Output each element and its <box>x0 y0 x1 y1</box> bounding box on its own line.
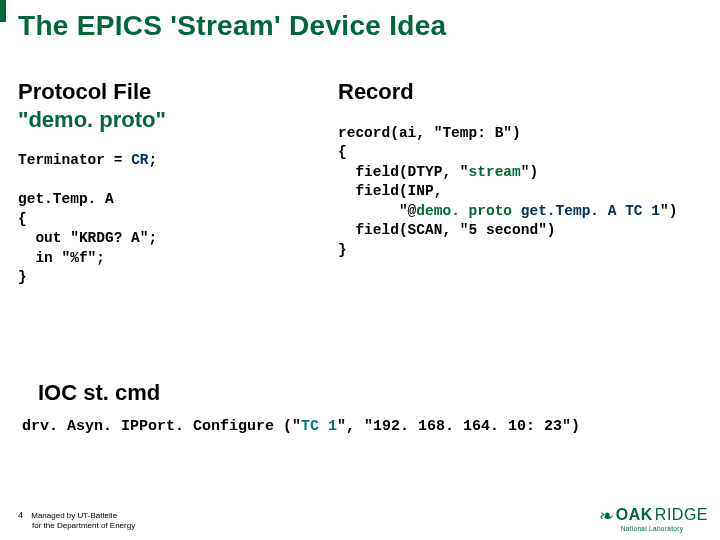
rec-l5-port: TC 1 <box>625 203 660 219</box>
logo-sub: National Laboratory <box>621 525 708 532</box>
logo-oak: OAK <box>616 506 653 523</box>
rec-l3a: field(DTYP, " <box>338 164 469 180</box>
rec-l2: { <box>338 144 347 160</box>
accent-bar <box>0 0 6 22</box>
rec-l5g: ") <box>660 203 677 219</box>
slide-number: 4 <box>18 510 23 520</box>
ioc-code: drv. Asyn. IPPort. Configure ("TC 1", "1… <box>22 418 580 435</box>
rec-l7: } <box>338 242 347 258</box>
proto-terminator-key: Terminator = <box>18 152 131 168</box>
proto-terminator-val: CR <box>131 152 148 168</box>
protocol-file-heading: Protocol File "demo. proto" <box>18 78 318 133</box>
right-column: Record record(ai, "Temp: B") { field(DTY… <box>338 78 710 260</box>
leaf-icon: ❧ <box>599 506 614 526</box>
protocol-file-label: Protocol File <box>18 79 151 104</box>
rec-l6: field(SCAN, "5 second") <box>338 222 556 238</box>
protocol-code: Terminator = CR; get.Temp. A { out "KRDG… <box>18 151 318 288</box>
rec-l3-stream: stream <box>469 164 521 180</box>
footer-line2: for the Department of Energy <box>32 521 135 530</box>
rec-l5a: "@ <box>338 203 416 219</box>
rec-l3c: ") <box>521 164 538 180</box>
logo-ridge: RIDGE <box>655 506 708 523</box>
ioc-code-a: drv. Asyn. IPPort. Configure (" <box>22 418 301 435</box>
ioc-code-port: TC 1 <box>301 418 337 435</box>
rec-l5-func: get.Temp. A <box>521 203 617 219</box>
ioc-heading: IOC st. cmd <box>38 380 160 406</box>
footer-line1: Managed by UT-Battelle <box>31 511 117 520</box>
proto-gettemp-block: get.Temp. A { out "KRDG? A"; in "%f"; } <box>18 191 157 285</box>
left-column: Protocol File "demo. proto" Terminator =… <box>18 78 318 288</box>
ioc-code-c: ", "192. 168. 164. 10: 23") <box>337 418 580 435</box>
record-code: record(ai, "Temp: B") { field(DTYP, "str… <box>338 124 710 261</box>
protocol-filename: "demo. proto" <box>18 107 166 132</box>
rec-l4: field(INP, <box>338 183 442 199</box>
slide-title: The EPICS 'Stream' Device Idea <box>18 10 447 42</box>
ornl-logo: ❧OAKRIDGE National Laboratory <box>599 505 708 532</box>
rec-l1: record(ai, "Temp: B") <box>338 125 521 141</box>
record-heading: Record <box>338 78 710 106</box>
rec-l5c <box>512 203 521 219</box>
rec-l5-proto: demo. proto <box>416 203 512 219</box>
footer: 4 Managed by UT-Battelle for the Departm… <box>18 510 135 530</box>
proto-terminator-semi: ; <box>149 152 158 168</box>
rec-l5e <box>616 203 625 219</box>
